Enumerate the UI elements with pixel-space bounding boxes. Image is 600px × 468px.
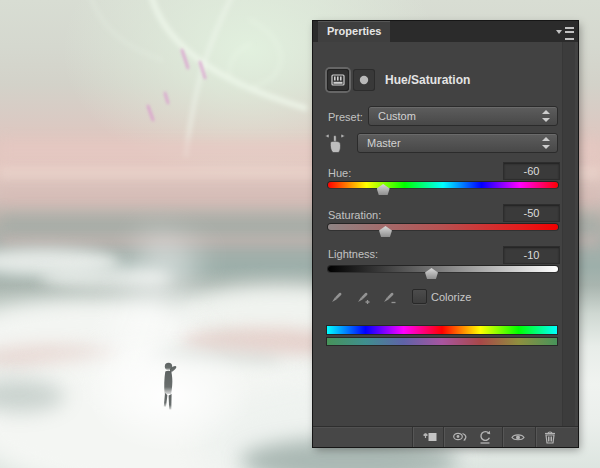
eyedropper-add-icon[interactable]: [353, 289, 371, 307]
panel-tab-bar: Properties: [313, 21, 578, 42]
colorize-checkbox[interactable]: [412, 289, 427, 304]
saturation-label: Saturation:: [328, 209, 381, 221]
dropdown-stepper-icon: [542, 110, 550, 122]
scrollbar-gutter: [562, 42, 575, 426]
output-spectrum-bar: [327, 338, 557, 345]
channel-value: Master: [367, 137, 401, 149]
saturation-track[interactable]: [328, 224, 558, 230]
clip-to-layer-icon[interactable]: [422, 429, 438, 445]
hue-value[interactable]: -60: [503, 162, 560, 180]
hue-label: Hue:: [328, 167, 351, 179]
reset-icon[interactable]: [477, 429, 493, 445]
person-silhouette: [150, 360, 186, 418]
targeted-adjustment-hand-icon[interactable]: [323, 132, 347, 154]
panel-content: Hue/Saturation Preset: Custom Master: [313, 42, 578, 426]
preset-label: Preset:: [328, 111, 363, 123]
preset-value: Custom: [378, 110, 416, 122]
mask-icon: [353, 69, 375, 91]
lightness-label: Lightness:: [328, 248, 378, 260]
panel-title: Hue/Saturation: [385, 73, 470, 87]
lightness-track[interactable]: [328, 266, 558, 272]
toggle-previous-state-icon[interactable]: [452, 429, 468, 445]
visibility-icon[interactable]: [510, 429, 526, 445]
eyedropper-sample-icon[interactable]: [327, 289, 345, 307]
adjustment-controls-button[interactable]: [327, 69, 349, 91]
input-spectrum-bar: [327, 326, 557, 334]
channel-dropdown[interactable]: Master: [357, 133, 558, 153]
footer-divider: [535, 427, 536, 447]
hue-track[interactable]: [328, 182, 558, 188]
adjustment-controls-icon: [327, 69, 349, 91]
lightness-value[interactable]: -10: [503, 246, 560, 264]
mask-button[interactable]: [353, 69, 375, 91]
footer-divider: [502, 427, 503, 447]
panel-footer: [313, 426, 578, 447]
delete-icon[interactable]: [542, 429, 558, 445]
colorize-label: Colorize: [431, 291, 471, 303]
dropdown-stepper-icon: [542, 137, 550, 149]
panel-menu-icon[interactable]: [556, 25, 574, 38]
properties-panel: Properties Hue/: [313, 21, 578, 447]
screenshot-stage: Properties Hue/: [0, 0, 600, 468]
footer-divider: [443, 427, 444, 447]
footer-divider: [412, 427, 413, 447]
eyedropper-subtract-icon[interactable]: [379, 289, 397, 307]
tab-properties[interactable]: Properties: [318, 21, 390, 42]
saturation-value[interactable]: -50: [503, 204, 560, 222]
preset-dropdown[interactable]: Custom: [368, 106, 558, 126]
